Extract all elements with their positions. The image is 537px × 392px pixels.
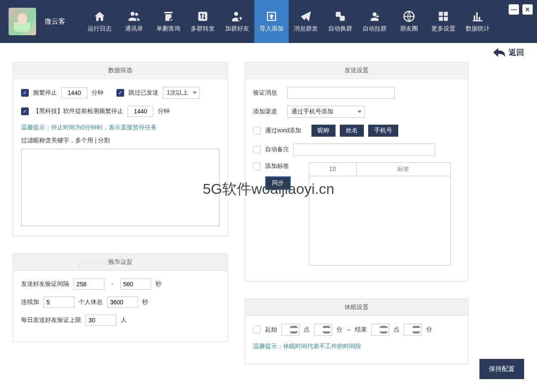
start-hour-spinner[interactable] xyxy=(281,324,299,336)
sleep-start-checkbox[interactable] xyxy=(253,326,261,334)
freq-stop-input[interactable] xyxy=(61,87,87,98)
table-col-id: ID xyxy=(309,163,356,176)
panel-freq: 频率设置 发送好友验证间隔 - 秒 连续加 个人休息 秒 每日发送好 xyxy=(13,254,228,342)
skip-sent-checkbox[interactable]: ✓ xyxy=(116,89,124,97)
auto-remark-input[interactable] xyxy=(293,144,435,156)
nick-button[interactable]: 昵称 xyxy=(311,125,336,137)
nav-moments[interactable]: 朋友圈 xyxy=(392,0,426,43)
minimize-button[interactable]: — xyxy=(509,4,519,15)
interval-label: 发送好友验证间隔 xyxy=(21,280,69,288)
delete-query-icon xyxy=(162,10,174,22)
nav-label: 多群转发 xyxy=(191,25,215,33)
nav-auto-pull[interactable]: 自动拉群 xyxy=(357,0,392,43)
nav-mass-send[interactable]: 消息群发 xyxy=(289,0,323,43)
nav-label: 加群好友 xyxy=(225,25,249,33)
freq-stop-checkbox[interactable]: ✓ xyxy=(21,89,29,97)
app-name: 微云客 xyxy=(45,17,65,26)
daily-limit-unit: 人 xyxy=(121,316,127,324)
close-button[interactable]: ✕ xyxy=(522,4,533,15)
svg-rect-7 xyxy=(439,17,443,21)
nav-label: 运行日志 xyxy=(88,25,112,33)
interval-min-input[interactable] xyxy=(73,279,104,290)
forward-icon xyxy=(197,10,209,22)
pull-group-icon xyxy=(369,10,381,22)
table-col-tag: 标签 xyxy=(356,163,450,176)
sleep-sep: -- xyxy=(347,326,351,333)
phone-button[interactable]: 手机号 xyxy=(368,125,398,137)
continuous-prefix: 连续加 xyxy=(21,298,39,306)
continuous-input[interactable] xyxy=(43,297,74,308)
nav-label: 数据统计 xyxy=(466,25,490,33)
save-config-button[interactable]: 保持配置 xyxy=(479,359,524,379)
nav-label: 消息群发 xyxy=(294,25,318,33)
minute-unit-1: 分 xyxy=(336,326,342,334)
nav-auto-swap[interactable]: 自动换群 xyxy=(323,0,357,43)
avatar xyxy=(9,8,36,35)
grid-icon xyxy=(437,10,449,22)
freq-stop-label: 频繁停止 xyxy=(33,89,57,97)
skip-sent-select[interactable]: 1次以上 xyxy=(163,87,200,99)
blacktech-checkbox[interactable]: ✓ xyxy=(21,107,29,115)
nav-stats[interactable]: 数据统计 xyxy=(461,0,495,43)
titlebar: 微云客 运行日志 通讯录 单删查询 多群转发 加群好友 导入添加 消息群发 xyxy=(0,0,537,43)
filter-nick-textarea[interactable] xyxy=(21,149,220,226)
panel-send-title: 发送设置 xyxy=(245,62,468,79)
window-controls: — ✕ xyxy=(509,4,533,15)
sync-button[interactable]: 同步 xyxy=(265,176,291,190)
via-wxid-checkbox[interactable] xyxy=(253,127,261,135)
end-hour-spinner[interactable] xyxy=(371,324,389,336)
nav-add-group-friend[interactable]: 加群好友 xyxy=(220,0,254,43)
home-icon xyxy=(94,10,106,22)
name-button[interactable]: 姓名 xyxy=(340,125,364,137)
svg-rect-1 xyxy=(198,12,207,21)
nav-label: 更多设置 xyxy=(431,25,455,33)
start-min-spinner[interactable] xyxy=(314,324,332,336)
nav-label: 自动换群 xyxy=(328,25,352,33)
filter-tip: 温馨提示：停止时间为0分钟时，表示直接暂停任务 xyxy=(21,124,220,132)
verify-msg-input[interactable] xyxy=(287,87,395,99)
daily-limit-input[interactable] xyxy=(85,315,116,326)
stats-icon xyxy=(472,10,484,22)
filter-nick-label: 过滤昵称含关键字，多个用 | 分割 xyxy=(21,137,220,144)
add-tag-checkbox[interactable] xyxy=(253,162,261,170)
svg-rect-6 xyxy=(444,12,448,16)
nav-label: 朋友圈 xyxy=(400,25,418,33)
blacktech-label: 【黑科技】软件提前检测频繁停止 xyxy=(33,107,123,115)
nav-run-log[interactable]: 运行日志 xyxy=(82,0,117,43)
channel-select[interactable]: 通过手机号添加 xyxy=(287,106,365,118)
sleep-start-label: 起始 xyxy=(265,326,277,334)
interval-unit: 秒 xyxy=(156,280,162,288)
svg-rect-3 xyxy=(340,16,345,21)
add-friend-icon xyxy=(231,10,243,22)
nav-label: 通讯录 xyxy=(125,25,143,33)
nav-label: 自动拉群 xyxy=(363,25,387,33)
hour-unit-2: 点 xyxy=(394,326,400,334)
nav-contacts[interactable]: 通讯录 xyxy=(117,0,151,43)
auto-remark-label: 自动备注 xyxy=(265,146,289,153)
blacktech-unit: 分钟 xyxy=(158,107,170,115)
nav-import-add[interactable]: 导入添加 xyxy=(254,0,289,43)
nav-more-settings[interactable]: 更多设置 xyxy=(426,0,461,43)
nav-forward[interactable]: 多群转发 xyxy=(186,0,220,43)
nav-label: 单删查询 xyxy=(156,25,180,33)
via-wxid-label: 通过wxid添加 xyxy=(265,127,301,135)
blacktech-input[interactable] xyxy=(128,106,153,117)
panel-filter-title: 数据筛选 xyxy=(13,62,227,79)
swap-icon xyxy=(334,10,346,22)
add-tag-label: 添加标签 xyxy=(265,162,289,170)
freq-stop-unit: 分钟 xyxy=(92,89,104,97)
nav-delete-query[interactable]: 单删查询 xyxy=(151,0,186,43)
sleep-tip: 温馨提示：休眠时间代表不工作的时间段 xyxy=(253,343,460,350)
import-icon xyxy=(265,10,278,22)
end-min-spinner[interactable] xyxy=(404,324,422,336)
back-label: 返回 xyxy=(509,47,524,58)
auto-remark-checkbox[interactable] xyxy=(253,146,261,153)
send-icon xyxy=(300,10,312,22)
interval-max-input[interactable] xyxy=(120,279,151,290)
tag-table[interactable]: ID 标签 xyxy=(309,162,451,266)
svg-rect-2 xyxy=(336,12,341,17)
minute-unit-2: 分 xyxy=(426,326,432,334)
back-button[interactable]: 返回 xyxy=(493,47,524,58)
rest-input[interactable] xyxy=(107,297,138,308)
nav: 运行日志 通讯录 单删查询 多群转发 加群好友 导入添加 消息群发 自动换群 xyxy=(82,0,495,43)
